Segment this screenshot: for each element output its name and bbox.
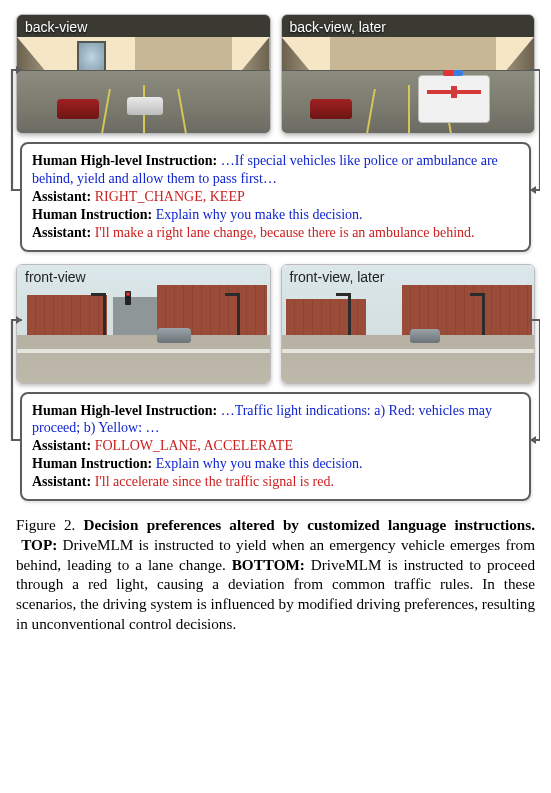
figure-caption: Figure 2. Decision preferences altered b…	[16, 515, 535, 634]
top-image-row: back-view back-view, later	[16, 14, 535, 134]
line-assistant-action: Assistant: FOLLOW_LANE, ACCELERATE	[32, 437, 519, 455]
line-assistant-action: Assistant: RIGHT_CHANGE, KEEP	[32, 188, 519, 206]
image-label: back-view, later	[290, 19, 386, 35]
scenario-top: back-view back-view, later	[16, 14, 535, 252]
bottom-image-frontview: front-view	[16, 264, 271, 384]
image-label: front-view, later	[290, 269, 385, 285]
line-human-high-instruction: Human High-level Instruction: …If specia…	[32, 152, 519, 188]
building-icon	[113, 297, 161, 337]
figure-number: Figure 2.	[16, 516, 75, 533]
line-human-high-instruction: Human High-level Instruction: …Traffic l…	[32, 402, 519, 438]
streetlight-icon	[482, 293, 485, 339]
line-human-instruction: Human Instruction: Explain why you make …	[32, 206, 519, 224]
line-assistant-explanation: Assistant: I'll make a right lane change…	[32, 224, 519, 242]
vehicle-red-car-icon	[310, 99, 352, 119]
vehicle-car-icon	[157, 328, 191, 343]
image-label: front-view	[25, 269, 86, 285]
bottom-dialogue-box: Human High-level Instruction: …Traffic l…	[20, 392, 531, 502]
bottom-image-frontview-later: front-view, later	[281, 264, 536, 384]
streetlight-icon	[348, 293, 351, 339]
building-icon	[286, 299, 366, 337]
top-image-backview-later: back-view, later	[281, 14, 536, 134]
caption-top-label: TOP:	[21, 536, 57, 553]
building-icon	[27, 295, 107, 337]
figure-title: Decision preferences altered by customiz…	[84, 516, 535, 533]
vehicle-red-car-icon	[57, 99, 99, 119]
scenario-bottom: front-view front-view, later Human	[16, 264, 535, 502]
top-image-backview: back-view	[16, 14, 271, 134]
line-human-instruction: Human Instruction: Explain why you make …	[32, 455, 519, 473]
vehicle-ambulance-icon	[418, 75, 490, 123]
streetlight-icon	[103, 293, 106, 339]
image-label: back-view	[25, 19, 87, 35]
vehicle-car-icon	[410, 329, 440, 343]
traffic-light-icon	[125, 291, 131, 305]
line-assistant-explanation: Assistant: I'll accelerate since the tra…	[32, 473, 519, 491]
vehicle-white-car-icon	[127, 97, 163, 115]
bottom-image-row: front-view front-view, later	[16, 264, 535, 384]
caption-bottom-label: BOTTOM:	[232, 556, 305, 573]
top-dialogue-box: Human High-level Instruction: …If specia…	[20, 142, 531, 252]
streetlight-icon	[237, 293, 240, 339]
